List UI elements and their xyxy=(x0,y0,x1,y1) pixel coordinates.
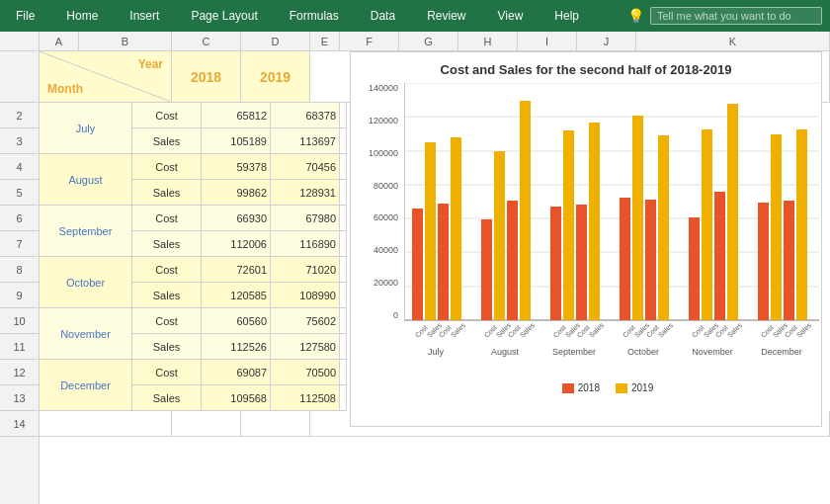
month-label: Month xyxy=(47,82,83,96)
svg-text:July: July xyxy=(428,347,445,357)
col-header-f[interactable]: F xyxy=(340,32,399,50)
bar-nov-sales-2018 xyxy=(702,129,712,320)
cell-cost-2019-september: 67980 xyxy=(271,206,340,231)
bar-nov-cost-2019 xyxy=(714,192,725,320)
chart-area: Cost and Sales for the second half of 20… xyxy=(350,51,822,427)
row-num-5: 5 xyxy=(0,180,39,206)
svg-text:December: December xyxy=(761,347,802,357)
y-label-0: 0 xyxy=(361,310,398,320)
month-december: December xyxy=(40,360,132,411)
col-header-c[interactable]: C xyxy=(172,32,241,50)
menu-insert[interactable]: Insert xyxy=(122,5,167,27)
menu-review[interactable]: Review xyxy=(419,5,473,27)
row-numbers: 2 3 4 5 6 7 8 9 10 11 12 13 14 xyxy=(0,51,40,504)
cell-e13 xyxy=(340,385,347,411)
cell-sales-2019-september: 116890 xyxy=(271,231,340,257)
svg-text:Cost: Cost xyxy=(622,324,636,339)
cell-c14 xyxy=(172,411,241,437)
row-num-3: 3 xyxy=(0,128,39,154)
bar-dec-cost-2018 xyxy=(758,203,769,320)
month-august: August xyxy=(40,154,132,206)
cell-sales-2018-september: 112006 xyxy=(202,231,271,257)
cell-sales-2018-december: 109568 xyxy=(202,385,271,411)
bar-july-sales-2019 xyxy=(451,137,461,320)
svg-text:Sales: Sales xyxy=(450,321,467,339)
cell-cost-2019-november: 75602 xyxy=(271,308,340,334)
row-num-merged12 xyxy=(0,51,39,103)
svg-text:August: August xyxy=(491,347,520,357)
col-header-a[interactable]: A xyxy=(40,32,79,50)
month-july: July xyxy=(40,103,132,154)
svg-text:Cost: Cost xyxy=(691,324,706,339)
cell-sales-november: Sales xyxy=(132,334,202,360)
menu-file[interactable]: File xyxy=(8,5,42,27)
cell-cost-2018-september: 66930 xyxy=(202,206,271,231)
menu-bar: File Home Insert Page Layout Formulas Da… xyxy=(0,0,830,32)
row-num-10: 10 xyxy=(0,308,39,334)
col-header-d[interactable]: D xyxy=(241,32,310,50)
bar-august-sales-2018 xyxy=(494,151,505,320)
svg-text:Cost: Cost xyxy=(552,324,567,339)
menu-view[interactable]: View xyxy=(490,5,532,27)
col-header-e[interactable]: E xyxy=(310,32,340,50)
cell-cost-2018-november: 60560 xyxy=(202,308,271,334)
legend-2019: 2019 xyxy=(616,382,653,393)
row-num-14: 14 xyxy=(0,411,39,437)
cell-sales-2019-november: 127580 xyxy=(271,334,340,360)
cell-cost-2018-july: 65812 xyxy=(202,103,271,128)
corner-cell xyxy=(0,32,40,50)
y-label-80k: 80000 xyxy=(361,181,398,191)
menu-search-area: 💡 xyxy=(627,7,822,25)
cell-sales-december: Sales xyxy=(132,385,202,411)
menu-help[interactable]: Help xyxy=(546,5,587,27)
bar-sep-sales-2019 xyxy=(589,123,600,320)
cell-d14 xyxy=(241,411,310,437)
svg-text:Sales: Sales xyxy=(588,321,606,339)
y-label-40k: 40000 xyxy=(361,245,398,255)
row-num-2: 2 xyxy=(0,103,39,128)
menu-page-layout[interactable]: Page Layout xyxy=(183,5,265,27)
search-box[interactable] xyxy=(650,7,822,25)
svg-text:Cost: Cost xyxy=(483,324,498,339)
svg-text:Sales: Sales xyxy=(657,321,675,339)
col-header-g[interactable]: G xyxy=(399,32,458,50)
col-header-k[interactable]: K xyxy=(636,32,830,50)
bar-dec-sales-2018 xyxy=(771,134,782,320)
bar-dec-sales-2019 xyxy=(796,129,807,320)
cell-e3 xyxy=(340,128,347,154)
year-2018-header: 2018 xyxy=(172,51,241,103)
month-october: October xyxy=(40,257,132,308)
col-header-i[interactable]: I xyxy=(518,32,577,50)
legend-2018: 2018 xyxy=(562,382,600,393)
cell-cost-november: Cost xyxy=(132,308,202,334)
month-september: September xyxy=(40,206,132,257)
bar-july-sales-2018 xyxy=(425,142,436,320)
cell-e6 xyxy=(340,206,347,231)
cell-cost-2018-october: 72601 xyxy=(202,257,271,283)
bar-oct-cost-2019 xyxy=(645,200,656,320)
cell-cost-2019-august: 70456 xyxy=(271,154,340,180)
bar-july-cost-2019 xyxy=(438,204,449,320)
col-header-h[interactable]: H xyxy=(458,32,518,50)
col-header-j[interactable]: J xyxy=(577,32,636,50)
legend-color-2019 xyxy=(616,383,627,393)
y-label-100k: 100000 xyxy=(361,148,398,158)
chart-svg: Cost Sales Cost Sales July Cost Sales Co… xyxy=(404,83,819,379)
legend-label-2018: 2018 xyxy=(578,382,600,393)
col-header-b[interactable]: B xyxy=(79,32,172,50)
search-input[interactable] xyxy=(657,10,815,22)
cell-e8 xyxy=(340,257,347,283)
menu-formulas[interactable]: Formulas xyxy=(282,5,347,27)
svg-text:November: November xyxy=(692,347,733,357)
month-november: November xyxy=(40,308,132,360)
cell-b14 xyxy=(40,411,172,437)
bar-oct-cost-2018 xyxy=(620,198,630,320)
y-label-120k: 120000 xyxy=(361,116,398,126)
cell-e9 xyxy=(340,283,347,308)
cell-e7 xyxy=(340,231,347,257)
menu-home[interactable]: Home xyxy=(58,5,106,27)
cell-sales-august: Sales xyxy=(132,180,202,206)
bar-sep-cost-2019 xyxy=(576,205,587,320)
menu-data[interactable]: Data xyxy=(363,5,403,27)
row-num-12: 12 xyxy=(0,360,39,385)
